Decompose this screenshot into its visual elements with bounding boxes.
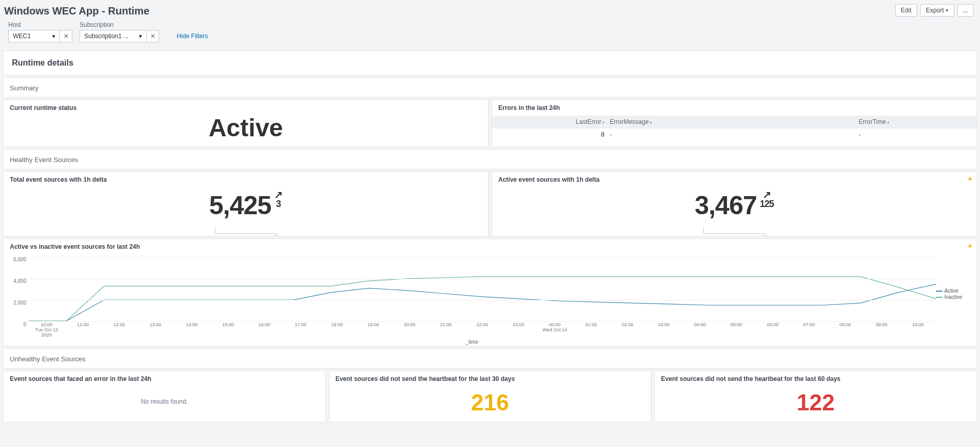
legend-inactive: Inactive (936, 294, 972, 300)
cell-error-time: - (859, 131, 972, 138)
filter-host-value: WEC1 (13, 33, 31, 40)
card-active-sources: ▲ Active event sources with 1h delta 3,4… (492, 171, 977, 236)
card-runtime-status-title: Current runtime status (4, 100, 488, 116)
filter-host-select[interactable]: WEC1 ▾ (8, 30, 60, 42)
card-active-vs-inactive-chart: ▲ Active vs inactive event sources for l… (3, 238, 977, 346)
heartbeat-30d-value: 216 (329, 387, 651, 422)
cell-last-error: 0 (496, 131, 610, 138)
caret-down-icon: ▾ (52, 33, 55, 40)
col-last-error[interactable]: LastError♦ (496, 118, 610, 125)
y-axis-labels: 6,0004,0002,0000 (8, 257, 26, 327)
errors-table: LastError♦ ErrorMessage♦ ErrorTime♦ 0 - … (492, 116, 976, 141)
trend-up-icon: ↗ (274, 190, 282, 199)
col-error-message[interactable]: ErrorMessage♦ (610, 118, 859, 125)
filter-subscription-value: Subscription1 ... (84, 33, 129, 40)
card-total-sources: Total event sources with 1h delta 5,425 … (3, 171, 488, 236)
col-error-time[interactable]: ErrorTime♦ (859, 118, 972, 125)
warning-icon: ▲ (967, 174, 973, 182)
legend-swatch (936, 291, 942, 292)
section-healthy: Healthy Event Sources (3, 149, 977, 169)
card-heartbeat-60d: Event sources did not send the heartbeat… (654, 371, 977, 422)
panel-runtime-details: Runtime details (3, 51, 977, 75)
no-results-text: No results found. (4, 387, 325, 417)
active-sources-delta: 125 (760, 199, 774, 210)
filter-subscription-clear[interactable]: ✕ (147, 30, 159, 42)
card-error-sources-24h-title: Event sources that faced an error in the… (4, 371, 325, 387)
runtime-details-title: Runtime details (4, 51, 976, 75)
card-heartbeat-30d-title: Event sources did not send the heartbeat… (329, 371, 651, 387)
hide-filters-link[interactable]: Hide Filters (177, 33, 208, 40)
page-title: Windows WEC App - Runtime (4, 5, 212, 17)
edit-button[interactable]: Edit (895, 4, 918, 17)
close-icon: ✕ (64, 33, 69, 40)
legend-active: Active (936, 288, 972, 294)
card-heartbeat-30d: Event sources did not send the heartbeat… (329, 371, 652, 422)
export-button[interactable]: Export▾ (920, 4, 954, 17)
x-axis-title: _time (8, 339, 936, 345)
top-actions: Edit Export▾ ... (895, 4, 974, 17)
card-total-sources-title: Total event sources with 1h delta (4, 172, 488, 187)
dashboard: Runtime details Summary Current runtime … (0, 51, 980, 433)
sort-icon: ♦ (650, 120, 652, 125)
filter-host: Host WEC1 ▾ ✕ (8, 21, 72, 42)
sort-icon: ♦ (887, 120, 890, 125)
section-summary: Summary (3, 77, 977, 98)
card-error-sources-24h: Event sources that faced an error in the… (3, 371, 326, 422)
chart-title: Active vs inactive event sources for las… (4, 239, 976, 254)
active-sources-value: 3,467 ↗ 125 (694, 190, 773, 220)
card-errors-24h: Errors in the last 24h LastError♦ ErrorM… (492, 100, 977, 147)
card-runtime-status: Current runtime status Active (3, 100, 488, 147)
sparkline (215, 227, 277, 234)
card-heartbeat-60d-title: Event sources did not send the heartbeat… (655, 371, 976, 387)
section-unhealthy: Unhealthy Event Sources (3, 348, 977, 369)
trend-up-icon: ↗ (763, 190, 771, 199)
card-active-sources-title: Active event sources with 1h delta (492, 172, 976, 187)
total-sources-value: 5,425 ↗ 3 (209, 190, 282, 220)
plot-area (28, 258, 936, 321)
legend-swatch (936, 297, 942, 298)
runtime-status-value: Active (4, 116, 488, 147)
chart-plot[interactable]: 6,0004,0002,0000 10:00Tue Oct 13202011:0… (8, 257, 936, 342)
filter-subscription-select[interactable]: Subscription1 ... ▾ (80, 30, 147, 42)
caret-down-icon: ▾ (139, 33, 142, 40)
sort-icon: ♦ (602, 120, 605, 125)
table-row: 0 - - (492, 128, 976, 141)
filter-subscription-label: Subscription (80, 21, 159, 28)
warning-icon: ▲ (967, 241, 973, 249)
card-errors-24h-title: Errors in the last 24h (492, 100, 976, 116)
heartbeat-60d-value: 122 (655, 387, 976, 422)
errors-table-head: LastError♦ ErrorMessage♦ ErrorTime♦ (492, 116, 976, 128)
filter-host-label: Host (8, 21, 72, 28)
sparkline (703, 227, 765, 234)
filter-subscription: Subscription Subscription1 ... ▾ ✕ (80, 21, 159, 42)
header: Windows WEC App - Runtime Host WEC1 ▾ ✕ … (0, 0, 980, 49)
filters-row: Host WEC1 ▾ ✕ Subscription Subscription1… (4, 21, 212, 49)
total-sources-delta: 3 (276, 199, 281, 210)
more-button[interactable]: ... (957, 4, 974, 17)
filter-host-clear[interactable]: ✕ (60, 30, 72, 42)
cell-error-message: - (610, 131, 859, 138)
caret-down-icon: ▾ (946, 8, 949, 13)
chart-legend: Active Inactive (936, 257, 972, 342)
close-icon: ✕ (150, 33, 155, 40)
